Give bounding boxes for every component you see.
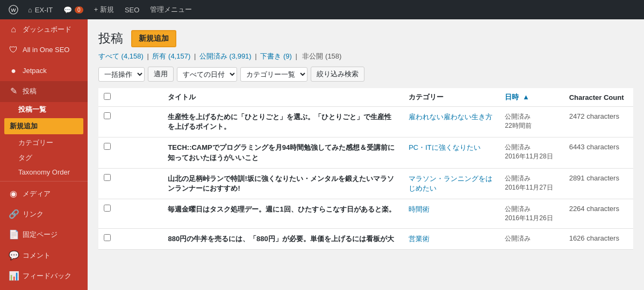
date-value-0: 22時間前	[505, 122, 531, 129]
char-count-0: 2472 characters	[569, 112, 619, 120]
row-checkbox-1[interactable]	[104, 143, 111, 150]
links-icon: 🔗	[9, 208, 18, 220]
sidebar-item-jetpack[interactable]: ● Jetpack	[0, 61, 88, 81]
post-title-link-2[interactable]: 山北の足柄峠ランで特訓!坂に強くなりたい・メンタルを鍛えたいマラソンランナーにお…	[168, 175, 393, 192]
add-new-button[interactable]: 新規追加	[131, 30, 176, 47]
date-status-3: 公開済み	[505, 205, 531, 213]
row-checkbox-3[interactable]	[104, 205, 111, 212]
row-category-cell: 時間術	[403, 199, 499, 229]
row-checkbox-cell	[98, 199, 162, 229]
jetpack-icon: ●	[9, 65, 18, 77]
row-category-cell: 雇われない雇わない生き方	[403, 107, 499, 137]
pages-icon: 📄	[9, 229, 18, 241]
char-count-3: 2264 characters	[569, 205, 619, 213]
category-link-4[interactable]: 営業術	[409, 235, 430, 243]
post-title-link-1[interactable]: TECH::CAMPでプログラミングを月94時間勉強してみた感想＆受講前に知って…	[168, 143, 395, 161]
sidebar-item-categories[interactable]: カテゴリー	[0, 135, 88, 150]
row-charcount-cell: 2891 characters	[564, 168, 633, 199]
sidebar-item-taxonomy-order[interactable]: Taxonomy Order	[0, 165, 88, 179]
sidebar-item-comments[interactable]: 💬 コメント	[0, 245, 88, 266]
manage-menu-link[interactable]: 管理メニュー	[145, 0, 197, 19]
bulk-actions-select[interactable]: 一括操作	[98, 67, 145, 82]
row-charcount-cell: 2472 characters	[564, 107, 633, 137]
table-row: TECH::CAMPでプログラミングを月94時間勉強してみた感想＆受講前に知って…	[98, 137, 633, 168]
filter-draft[interactable]: 下書き (9)	[260, 52, 292, 60]
wp-logo[interactable]: W	[4, 0, 23, 19]
sidebar: ⌂ ダッシュボード 🛡 All in One SEO ● Jetpack ✎ 投…	[0, 19, 88, 290]
category-link-3[interactable]: 時間術	[409, 205, 430, 213]
sidebar-item-dashboard[interactable]: ⌂ ダッシュボード	[0, 19, 88, 40]
row-charcount-cell: 2264 characters	[564, 199, 633, 229]
comments-icon: 💬	[63, 6, 72, 14]
media-icon: ◉	[9, 188, 18, 200]
row-checkbox-0[interactable]	[104, 112, 111, 119]
post-title-link-0[interactable]: 生産性を上げるために「ひとりごと」を選ぶ。「ひとりごと」で生産性を上げるポイント…	[168, 113, 391, 130]
row-checkbox-cell	[98, 168, 162, 199]
col-header-checkbox	[98, 88, 162, 107]
category-link-2[interactable]: マラソン・ランニングをはじめたい	[409, 175, 492, 192]
col-header-date[interactable]: 日時 ▲	[499, 88, 563, 107]
row-title-cell: 生産性を上げるために「ひとりごと」を選ぶ。「ひとりごと」で生産性を上げるポイント…	[162, 107, 403, 137]
post-title-link-4[interactable]: 880円の牛丼を売るには、「880円」が必要。単価を上げるには看板が大	[168, 235, 393, 243]
filter-all[interactable]: すべて (4,158)	[98, 52, 144, 60]
row-checkbox-2[interactable]	[104, 174, 111, 181]
home-icon: ⌂	[28, 6, 32, 14]
main-content: 投稿 新規追加 すべて (4,158) | 所有 (4,157) | 公開済み …	[88, 19, 644, 290]
date-filter-select[interactable]: すべての日付	[177, 67, 237, 82]
date-value-1: 2016年11月28日	[505, 153, 553, 160]
category-link-0[interactable]: 雇われない雇わない生き方	[409, 113, 492, 121]
category-filter-select[interactable]: カテゴリー一覧	[240, 67, 307, 82]
sidebar-item-feedback[interactable]: 📊 フィードバック	[0, 266, 88, 286]
row-checkbox-4[interactable]	[104, 234, 111, 241]
sidebar-item-tags[interactable]: タグ	[0, 150, 88, 165]
row-category-cell: PC・ITに強くなりたい	[403, 137, 499, 168]
seo-link[interactable]: SEO	[119, 0, 145, 19]
date-status-1: 公開済み	[505, 143, 531, 151]
comments-count: 0	[75, 6, 83, 13]
page-header: 投稿 新規追加	[98, 30, 633, 47]
sidebar-item-posts-new[interactable]: 新規追加	[4, 118, 83, 134]
list-toolbar: 一括操作 適用 すべての日付 カテゴリー一覧 絞り込み検索	[98, 67, 633, 82]
row-date-cell: 公開済み 2016年11月28日	[499, 137, 563, 168]
feedback-icon: 📊	[9, 270, 18, 282]
search-filter-button[interactable]: 絞り込み検索	[311, 67, 364, 82]
filter-private: 非公開 (158)	[302, 52, 341, 60]
col-header-category: カテゴリー	[403, 88, 499, 107]
posts-table: タイトル カテゴリー 日時 ▲ Character Count	[98, 88, 633, 250]
row-checkbox-cell	[98, 107, 162, 137]
filter-links: すべて (4,158) | 所有 (4,157) | 公開済み (3,991) …	[98, 52, 633, 61]
sidebar-item-posts[interactable]: ✎ 投稿	[0, 81, 88, 102]
svg-text:W: W	[11, 7, 16, 13]
date-status-2: 公開済み	[505, 175, 531, 182]
sidebar-item-links[interactable]: 🔗 リンク	[0, 204, 88, 224]
table-row: 山北の足柄峠ランで特訓!坂に強くなりたい・メンタルを鍛えたいマラソンランナーにお…	[98, 168, 633, 199]
sidebar-item-pages[interactable]: 📄 固定ページ	[0, 224, 88, 245]
char-count-1: 6443 characters	[569, 143, 619, 151]
category-link-1[interactable]: PC・ITに強くなりたい	[409, 143, 481, 151]
sort-arrow-icon: ▲	[523, 93, 529, 101]
select-all-checkbox[interactable]	[104, 93, 111, 100]
row-date-cell: 公開済み 22時間前	[499, 107, 563, 137]
table-row: 880円の牛丼を売るには、「880円」が必要。単価を上げるには看板が大 営業術 …	[98, 229, 633, 250]
row-title-cell: TECH::CAMPでプログラミングを月94時間勉強してみた感想＆受講前に知って…	[162, 137, 403, 168]
row-title-cell: 山北の足柄峠ランで特訓!坂に強くなりたい・メンタルを鍛えたいマラソンランナーにお…	[162, 168, 403, 199]
date-value-3: 2016年11月26日	[505, 214, 553, 222]
comments-sidebar-icon: 💬	[9, 250, 18, 262]
row-checkbox-cell	[98, 137, 162, 168]
sidebar-item-posts-list[interactable]: 投稿一覧	[0, 102, 88, 117]
row-category-cell: 営業術	[403, 229, 499, 250]
site-name[interactable]: ⌂ EX-IT	[23, 0, 58, 19]
filter-owned[interactable]: 所有 (4,157)	[152, 52, 190, 60]
posts-icon: ✎	[9, 85, 18, 97]
row-title-cell: 毎週金曜日はタスク処理デー。週に1回、ひたすらこなす日があると楽。	[162, 199, 403, 229]
post-title-link-3[interactable]: 毎週金曜日はタスク処理デー。週に1回、ひたすらこなす日があると楽。	[168, 205, 395, 213]
col-header-charcount: Character Count	[564, 88, 633, 107]
row-charcount-cell: 1626 characters	[564, 229, 633, 250]
sidebar-item-media[interactable]: ◉ メディア	[0, 184, 88, 204]
row-date-cell: 公開済み 2016年11月26日	[499, 199, 563, 229]
apply-button[interactable]: 適用	[148, 67, 174, 82]
new-post-link[interactable]: + 新規	[89, 0, 119, 19]
comments-link[interactable]: 💬 0	[58, 0, 89, 19]
filter-published[interactable]: 公開済み (3,991)	[199, 52, 252, 60]
sidebar-item-allinone-seo[interactable]: 🛡 All in One SEO	[0, 40, 88, 60]
